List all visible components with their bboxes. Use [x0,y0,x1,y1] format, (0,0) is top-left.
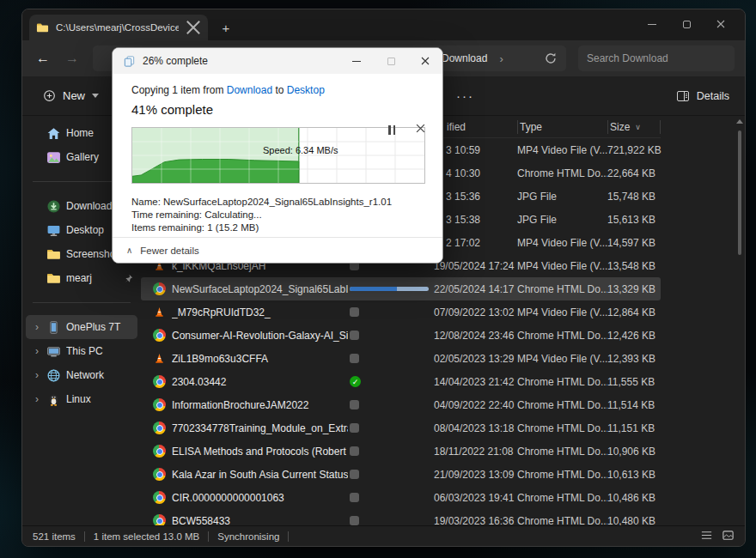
file-size: 14,597 KB [607,237,661,249]
tab-close-icon[interactable] [186,20,201,35]
file-date-modified: 21/09/2023 13:09 [434,469,517,481]
desktop-icon [46,223,61,238]
items-remaining-line: Items remaining: 1 (15.2 MB) [131,221,424,234]
dialog-minimize-button[interactable] [339,48,374,74]
copy-icon [123,55,136,68]
sidebar-item-mearj[interactable]: mearj [26,266,137,290]
file-row[interactable]: Kala Azar in South Asia Current Status a… [141,463,661,486]
file-row[interactable]: ELISA Methods and Protocols (Robert Hn..… [141,440,661,463]
sidebar-item-linux[interactable]: ›Linux [26,387,137,411]
new-tab-button[interactable]: + [215,16,237,39]
chevron-up-icon: ∧ [126,246,132,255]
new-button[interactable]: New [34,84,107,107]
column-header-size[interactable]: Size ∨ [607,120,661,134]
file-type: Chrome HTML Do... [517,492,607,504]
phone-icon [46,320,61,335]
cancel-copy-icon[interactable] [416,124,425,136]
column-header-type[interactable]: Type [517,120,607,134]
explorer-tab[interactable]: C:\Users\mearj\CrossDevice\O... [29,15,208,40]
file-status [348,516,434,525]
gallery-icon [46,150,61,165]
forward-button[interactable]: → [64,51,81,66]
file-type-icon [141,440,172,463]
home-icon [46,126,61,141]
selection-summary: 1 item selected 13.0 MB [94,531,199,542]
file-row[interactable]: _M79cRpRUIdTD32_07/09/2022 13:02MP4 Vide… [141,300,661,324]
view-toggles [700,529,735,543]
file-size: 11,514 KB [607,399,661,411]
file-size: 12,426 KB [607,330,661,342]
sidebar-item-this-pc[interactable]: ›This PC [26,339,137,363]
file-row[interactable]: InformationBrochureJAM202204/09/2022 22:… [141,393,661,416]
file-type: Chrome HTML Do... [517,422,607,434]
file-type: JPG File [517,191,607,203]
file-row[interactable]: BCW55843319/03/2023 16:36Chrome HTML Do.… [141,509,661,525]
maximize-button[interactable] [669,9,704,39]
back-button[interactable]: ← [34,51,52,66]
file-date-modified: 19/05/2024 17:24 [434,260,517,272]
sidebar-item-network[interactable]: ›Network [26,363,137,387]
fewer-details-label: Fewer details [140,246,198,256]
column-header-date-modified[interactable]: ified [434,120,517,134]
large-thumbnails-view-button[interactable] [722,529,735,543]
circled-plus-icon [43,89,56,102]
dialog-title-bar[interactable]: 26% complete [113,48,442,74]
file-name: 2304.03442 [172,376,348,388]
status-divider [208,531,209,542]
expand-chevron-icon: › [33,321,41,333]
folder-icon [46,247,61,262]
pause-icon[interactable] [388,124,395,136]
details-view-button[interactable] [700,529,713,543]
network-icon [46,368,61,383]
file-date-modified: 02/05/2023 13:29 [434,353,517,365]
desktop-background: C:\Users\mearj\CrossDevice\O... + ← → Do… [0,0,756,558]
file-type-icon [141,486,172,509]
sidebar-item-oneplus-7t[interactable]: ›OnePlus 7T [26,315,137,339]
file-row[interactable]: 2304.03442✓14/04/2023 21:42Chrome HTML D… [141,370,661,393]
file-date-modified: 19/03/2023 16:36 [434,515,517,526]
scroll-up-icon[interactable] [736,119,743,124]
window-controls [635,9,738,39]
file-status [348,446,434,456]
destination-folder-link[interactable]: Desktop [287,84,325,96]
file-status [348,493,434,502]
file-type-icon [141,370,172,393]
details-pane-label: Details [697,90,729,102]
close-button[interactable] [704,9,738,39]
details-pane-button[interactable]: Details [676,89,729,103]
file-size: 22,664 KB [607,167,661,179]
sync-pending-icon [350,516,359,525]
tab-strip: C:\Users\mearj\CrossDevice\O... + [22,9,745,40]
file-type-icon [141,347,172,370]
file-name: Kala Azar in South Asia Current Status a… [172,469,348,481]
file-size: 15,748 KB [607,191,661,203]
file-name-line: Name: NewSurfaceLaptop2024_Signal65LabIn… [131,196,424,209]
dialog-maximize-button[interactable] [374,48,408,74]
scrollbar-thumb[interactable] [738,130,741,255]
chevron-right-icon[interactable]: › [499,52,503,65]
file-name: InformationBrochureJAM2022 [172,399,348,411]
sidebar-item-label: mearj [66,272,118,284]
fewer-details-toggle[interactable]: ∧ Fewer details [113,237,442,263]
file-row[interactable]: 7702334778Training_Module_on_Extrapul...… [141,416,661,440]
file-row[interactable]: Consumer-AI-Revolution-Galaxy-AI_Sign...… [141,324,661,347]
dialog-close-button[interactable] [408,48,442,74]
minimize-button[interactable] [635,9,669,39]
file-row[interactable]: CIR.000000000000106306/03/2023 19:41Chro… [141,486,661,509]
breadcrumb-segment-download[interactable]: Download [442,52,487,64]
file-date-modified: 3 15:38 [434,214,517,226]
file-name: CIR.0000000000001063 [172,492,348,504]
file-row[interactable]: ZiL1B9mo63u3CFFA02/05/2023 13:29MP4 Vide… [141,347,661,370]
source-folder-link[interactable]: Download [227,84,272,96]
vertical-scrollbar[interactable] [736,119,743,523]
sidebar-divider [33,302,131,303]
sync-pending-icon [350,423,359,433]
file-name: 7702334778Training_Module_on_Extrapul... [172,422,348,434]
file-row[interactable]: NewSurfaceLaptop2024_Signal65LabInsig...… [141,277,661,300]
refresh-icon[interactable] [544,52,558,65]
file-status [348,354,434,363]
file-size: 721,922 KB [607,144,661,156]
more-options-button[interactable]: ··· [456,88,474,103]
file-progress-fill [350,287,397,291]
search-input[interactable] [578,45,735,71]
